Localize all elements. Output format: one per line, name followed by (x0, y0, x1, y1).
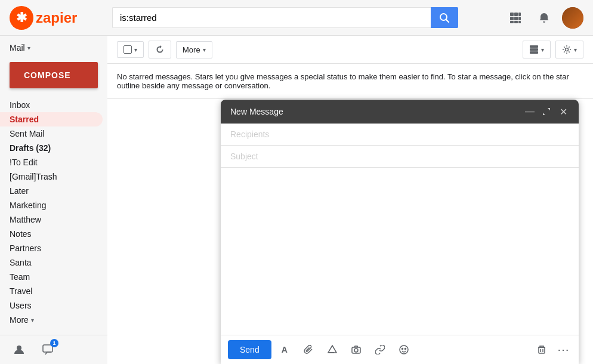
svg-point-18 (566, 48, 569, 51)
more-toolbar-button[interactable]: More ▾ (176, 41, 212, 58)
settings-button[interactable]: ▾ (555, 41, 583, 58)
sidebar-item-label: Marketing (10, 200, 46, 210)
sidebar-item-starred[interactable]: Starred (0, 112, 103, 127)
svg-point-24 (354, 348, 358, 352)
svg-marker-21 (328, 346, 336, 353)
search-icon (439, 13, 450, 23)
checkbox-icon (123, 45, 132, 54)
avatar[interactable] (562, 7, 583, 29)
contacts-button[interactable] (10, 340, 29, 359)
attach-button[interactable] (300, 341, 317, 358)
svg-point-27 (404, 348, 406, 350)
refresh-icon (155, 45, 165, 54)
format-text-button[interactable]: A (276, 341, 293, 358)
sidebar-item-label: Sent Mail (10, 129, 44, 138)
grid-icon (509, 12, 521, 24)
sidebar-item-travel[interactable]: Travel (0, 284, 103, 298)
photo-button[interactable] (348, 341, 365, 358)
svg-rect-16 (530, 48, 538, 51)
select-button[interactable]: ▾ (117, 41, 144, 58)
info-message: No starred messages. Stars let you give … (107, 64, 593, 99)
sidebar-item-label: Starred (10, 115, 39, 124)
compose-window: New Message — ✕ Recipients Subject (221, 100, 579, 364)
svg-rect-17 (530, 51, 538, 54)
sidebar-item-label: Users (10, 301, 32, 310)
layout-icon (529, 45, 539, 54)
svg-point-26 (401, 348, 403, 350)
sidebar-item-inbox[interactable]: Inbox (0, 98, 103, 112)
layout-arrow-icon: ▾ (541, 47, 544, 53)
sidebar-item-partners[interactable]: Partners (0, 241, 103, 255)
sidebar-item-marketing[interactable]: Marketing (0, 198, 103, 212)
apps-button[interactable] (505, 7, 526, 29)
sidebar-item-drafts[interactable]: Drafts (32) (0, 141, 103, 155)
compose-controls: — ✕ (524, 106, 569, 118)
drive-button[interactable] (324, 341, 341, 358)
avatar-image (562, 7, 583, 29)
svg-rect-5 (514, 13, 518, 16)
link-button[interactable] (372, 341, 388, 358)
send-button[interactable]: Send (228, 340, 271, 359)
trash-icon (537, 345, 546, 354)
compose-fullscreen-button[interactable] (541, 106, 552, 118)
sidebar-item-matthew[interactable]: Matthew (0, 212, 103, 227)
sidebar-item-santa[interactable]: Santa (0, 255, 103, 270)
svg-rect-28 (539, 347, 545, 353)
emoji-icon (399, 345, 409, 354)
header: ✱ zapier (0, 0, 593, 36)
delete-compose-button[interactable] (533, 341, 550, 358)
sidebar-bottom: 1 (0, 335, 107, 364)
notifications-button[interactable] (533, 7, 555, 29)
more-compose-options-button[interactable]: ⋯ (555, 341, 572, 358)
more-arrow-icon: ▾ (31, 317, 34, 323)
compose-close-button[interactable]: ✕ (557, 106, 569, 118)
layout-button[interactable]: ▾ (523, 41, 551, 58)
sidebar-item-sent[interactable]: Sent Mail (0, 127, 103, 141)
sidebar-item-label: Notes (10, 229, 32, 239)
more-toolbar-arrow-icon: ▾ (203, 47, 206, 53)
svg-point-25 (400, 346, 408, 354)
sidebar-item-gmail-trash[interactable]: [Gmail]Trash (0, 169, 103, 184)
sidebar-item-team[interactable]: Team (0, 270, 103, 284)
mail-header[interactable]: Mail ▾ (0, 41, 107, 55)
drive-icon (328, 345, 337, 354)
search-bar (112, 7, 458, 28)
svg-rect-15 (530, 45, 538, 48)
mail-dropdown-arrow-icon: ▾ (27, 45, 30, 51)
recipients-field[interactable]: Recipients (221, 124, 579, 146)
refresh-button[interactable] (149, 41, 171, 58)
svg-rect-4 (510, 13, 514, 16)
settings-arrow-icon: ▾ (574, 47, 577, 53)
sidebar-item-to-edit[interactable]: !To Edit (0, 155, 103, 169)
compose-button[interactable]: COMPOSE (10, 62, 98, 88)
sidebar-item-label: Travel (10, 286, 32, 296)
expand-icon (542, 107, 551, 116)
gear-icon (562, 45, 572, 54)
sidebar-item-label: Matthew (10, 215, 41, 224)
sidebar: Mail ▾ COMPOSE Inbox Starred Sent Mail D… (0, 36, 107, 364)
subject-placeholder: Subject (230, 152, 258, 161)
sidebar-item-users[interactable]: Users (0, 298, 103, 313)
chat-button[interactable]: 1 (38, 340, 57, 359)
sidebar-item-notes[interactable]: Notes (0, 227, 103, 241)
sidebar-item-label: [Gmail]Trash (10, 172, 57, 181)
chat-badge: 1 (50, 339, 58, 347)
sidebar-item-later[interactable]: Later (0, 184, 103, 198)
search-button[interactable] (431, 7, 458, 28)
person-icon (14, 344, 24, 355)
sidebar-item-more[interactable]: More ▾ (0, 313, 103, 327)
sidebar-item-label: !To Edit (10, 158, 38, 167)
subject-field[interactable]: Subject (221, 146, 579, 168)
search-input[interactable] (112, 7, 431, 28)
svg-rect-12 (518, 21, 521, 23)
compose-window-header[interactable]: New Message — ✕ (221, 100, 579, 124)
svg-rect-11 (514, 21, 518, 23)
emoji-button[interactable] (396, 341, 412, 358)
compose-body[interactable] (221, 168, 579, 335)
bell-icon (538, 12, 550, 24)
link-icon (375, 345, 385, 354)
main-layout: Mail ▾ COMPOSE Inbox Starred Sent Mail D… (0, 36, 593, 364)
sidebar-item-label: Team (10, 272, 30, 282)
compose-minimize-button[interactable]: — (524, 106, 536, 118)
svg-point-13 (17, 346, 21, 350)
